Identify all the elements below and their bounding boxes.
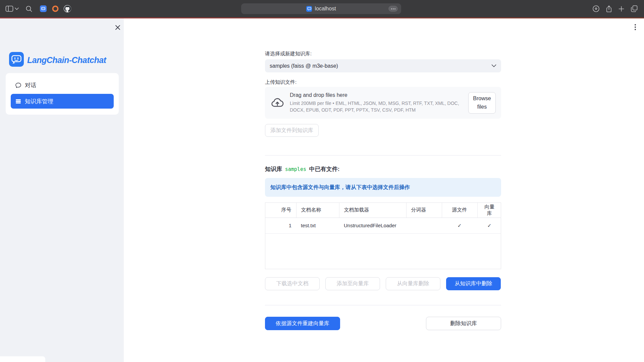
page-settings-icon[interactable]	[388, 6, 398, 12]
dropzone-limit-text: Limit 200MB per file • EML, HTML, JSON, …	[290, 100, 463, 113]
new-tab-icon[interactable]	[618, 3, 625, 14]
upload-cloud-icon	[270, 97, 284, 109]
col-header-index[interactable]: 序号	[265, 203, 296, 218]
sidebar-item-dialogue[interactable]: 对话	[11, 78, 114, 93]
file-dropzone[interactable]: Drag and drop files here Limit 200MB per…	[265, 87, 501, 119]
tab-overview-icon[interactable]	[631, 3, 638, 14]
files-heading-prefix: 知识库	[265, 166, 282, 172]
knowledge-base-icon	[15, 98, 21, 105]
sidebar-toggle-icon[interactable]	[5, 3, 13, 14]
remove-from-vector-button[interactable]: 从向量库删除	[386, 277, 440, 290]
kb-select-value: samples (faiss @ m3e-base)	[270, 63, 338, 69]
kb-name-code: samples	[284, 166, 308, 172]
cell-splitter	[406, 218, 442, 233]
files-heading: 知识库 samples 中已有文件:	[265, 165, 339, 173]
divider	[265, 155, 501, 156]
chat-bubble-icon	[15, 82, 21, 88]
app-logo: LangChain-Chatchat	[9, 52, 106, 68]
dropzone-instructions: Drag and drop files here Limit 200MB per…	[290, 92, 463, 113]
search-icon[interactable]	[25, 3, 33, 14]
pinned-tab-orange-icon[interactable]	[51, 5, 59, 13]
remove-from-kb-button[interactable]: 从知识库中删除	[446, 277, 501, 290]
divider	[265, 305, 501, 305]
table-row[interactable]: 1 test.txt UnstructuredFileLoader ✓ ✓	[265, 218, 501, 233]
browse-files-button[interactable]: Browse files	[468, 92, 496, 114]
browser-toolbar: localhost	[0, 0, 644, 17]
files-heading-suffix: 中已有文件:	[309, 166, 340, 172]
address-text: localhost	[315, 6, 336, 12]
main-menu-kebab-icon[interactable]	[634, 22, 637, 32]
file-actions-row: 下载选中文档 添加至向量库 从向量库删除 从知识库中删除	[265, 277, 501, 290]
info-banner: 知识库中包含源文件与向量库，请从下表中选择文件后操作	[265, 178, 501, 197]
toolbar-left-group	[5, 0, 71, 17]
address-bar[interactable]: localhost	[241, 3, 401, 14]
col-header-name[interactable]: 文档名称	[296, 203, 339, 218]
kb-select-label: 请选择或新建知识库:	[265, 51, 312, 57]
share-icon[interactable]	[606, 3, 612, 14]
status-strip	[0, 356, 45, 362]
dropzone-title: Drag and drop files here	[290, 92, 463, 98]
delete-kb-button[interactable]: 删除知识库	[426, 317, 501, 330]
col-header-splitter[interactable]: 分词器	[406, 203, 442, 218]
cell-index: 1	[265, 218, 296, 233]
add-to-vector-button[interactable]: 添加至向量库	[325, 277, 380, 290]
chevron-down-icon[interactable]	[15, 3, 19, 14]
download-selected-button[interactable]: 下载选中文档	[265, 277, 320, 290]
col-header-source[interactable]: 源文件	[442, 203, 477, 218]
sidebar: LangChain-Chatchat 对话 知识库管理	[0, 18, 124, 362]
upload-label: 上传知识文件:	[265, 79, 297, 85]
col-header-vector[interactable]: 向量库	[477, 203, 501, 218]
sidebar-menu: 对话 知识库管理	[6, 73, 119, 115]
app-viewport: LangChain-Chatchat 对话 知识库管理 请选择或新建知识库: s…	[0, 18, 644, 362]
kb-select[interactable]: samples (faiss @ m3e-base)	[265, 59, 501, 72]
sidebar-item-label: 对话	[25, 81, 36, 89]
cell-source-check: ✓	[442, 218, 477, 233]
cell-vector-check: ✓	[477, 218, 501, 233]
main-content: 请选择或新建知识库: samples (faiss @ m3e-base) 上传…	[265, 18, 501, 362]
col-header-loader[interactable]: 文档加载器	[339, 203, 406, 218]
pinned-tab-github-icon[interactable]	[63, 5, 71, 13]
sidebar-item-label: 知识库管理	[25, 98, 53, 105]
chatchat-logo-icon	[9, 52, 24, 68]
files-table[interactable]: 序号 文档名称 文档加载器 分词器 源文件 向量库 1 test.txt Uns…	[265, 202, 501, 269]
table-header-row: 序号 文档名称 文档加载器 分词器 源文件 向量库	[265, 203, 501, 218]
app-logo-text: LangChain-Chatchat	[27, 55, 106, 65]
cell-name: test.txt	[296, 218, 339, 233]
add-files-to-kb-button[interactable]: 添加文件到知识库	[265, 124, 319, 137]
site-favicon	[306, 6, 312, 12]
cell-loader: UnstructuredFileLoader	[339, 218, 406, 233]
chevron-down-icon	[491, 64, 496, 67]
toolbar-right-group	[592, 0, 638, 17]
rebuild-vector-store-button[interactable]: 依据源文件重建向量库	[265, 317, 340, 330]
sidebar-item-kb-management[interactable]: 知识库管理	[11, 94, 114, 109]
kb-footer-actions: 依据源文件重建向量库 删除知识库	[265, 317, 501, 330]
downloads-icon[interactable]	[592, 3, 600, 14]
pinned-tab-blue-icon[interactable]	[39, 5, 47, 13]
sidebar-close-icon[interactable]	[113, 23, 122, 32]
